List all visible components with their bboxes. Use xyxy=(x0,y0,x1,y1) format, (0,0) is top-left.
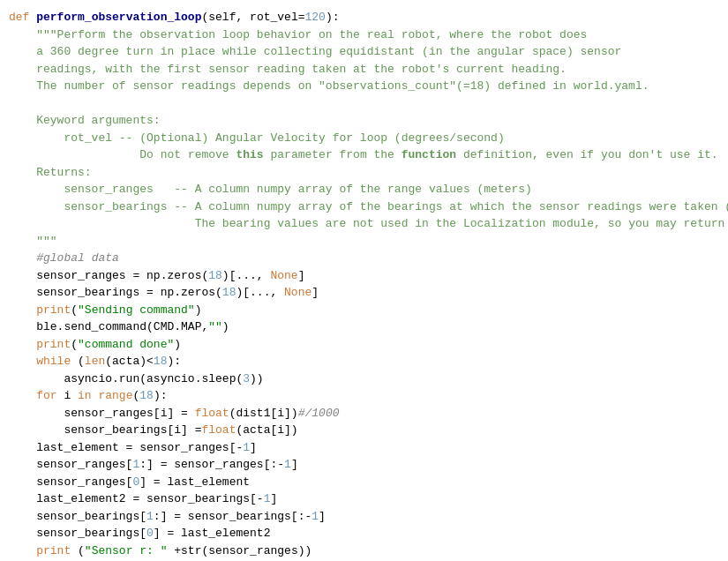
code-text: """Perform the observation loop behavior… xyxy=(9,26,587,44)
code-text: sensor_ranges[1:] = sensor_ranges[:-1] xyxy=(9,456,298,474)
code-line-9: Do not remove this parameter from the fu… xyxy=(0,146,728,164)
code-line-22: asyncio.run(asyncio.sleep(3)) xyxy=(0,370,728,388)
code-line-19: ble.send_command(CMD.MAP,"") xyxy=(0,318,728,336)
code-line-4: readings, with the first sensor reading … xyxy=(0,61,728,79)
code-line-6 xyxy=(0,95,728,113)
code-line-10: Returns: xyxy=(0,164,728,182)
code-line-8: rot_vel -- (Optional) Angular Velocity f… xyxy=(0,130,728,147)
code-text: """ xyxy=(9,233,57,251)
code-text: def perform_observation_loop(self, rot_v… xyxy=(9,9,340,26)
code-line-17: sensor_bearings = np.zeros(18)[..., None… xyxy=(0,284,728,302)
code-text: readings, with the first sensor reading … xyxy=(9,61,567,79)
code-text: sensor_bearings[1:] = sensor_bearings[:-… xyxy=(9,508,326,526)
code-text: ble.send_command(CMD.MAP,"") xyxy=(9,318,229,336)
code-line-30: sensor_bearings[1:] = sensor_bearings[:-… xyxy=(0,508,728,526)
code-text xyxy=(9,95,16,113)
code-text: sensor_bearings -- A column numpy array … xyxy=(9,198,728,216)
code-line-31: sensor_bearings[0] = last_element2 xyxy=(0,525,728,542)
code-line-3: a 360 degree turn in place while collect… xyxy=(0,43,728,61)
code-line-23: for i in range(18): xyxy=(0,387,728,405)
code-line-2: """Perform the observation loop behavior… xyxy=(0,26,728,44)
code-line-16: sensor_ranges = np.zeros(18)[..., None] xyxy=(0,267,728,285)
code-text: for i in range(18): xyxy=(9,387,168,405)
code-text: sensor_bearings[0] = last_element2 xyxy=(9,525,270,542)
code-line-11: sensor_ranges -- A column numpy array of… xyxy=(0,181,728,198)
code-line-25: sensor_bearings[i] =float(acta[i]) xyxy=(0,422,728,439)
code-text: sensor_bearings = np.zeros(18)[..., None… xyxy=(9,284,319,302)
code-text: print ("Sensor r: " +str(sensor_ranges)) xyxy=(9,542,311,560)
code-text: last_element2 = sensor_bearings[-1] xyxy=(9,490,277,508)
code-line-27: sensor_ranges[1:] = sensor_ranges[:-1] xyxy=(0,456,728,474)
code-line-18: print("Sending command") xyxy=(0,302,728,319)
code-line-1: def perform_observation_loop(self, rot_v… xyxy=(0,9,728,26)
code-text: rot_vel -- (Optional) Angular Velocity f… xyxy=(9,130,505,147)
code-line-26: last_element = sensor_ranges[-1] xyxy=(0,439,728,457)
code-text: sensor_ranges[0] = last_element xyxy=(9,474,250,491)
code-text: last_element = sensor_ranges[-1] xyxy=(9,439,257,457)
code-line-15: #global data xyxy=(0,250,728,267)
code-text: sensor_ranges[i] = float(dist1[i])#/1000 xyxy=(9,405,339,423)
code-line-14: """ xyxy=(0,233,728,251)
code-text: print("Sending command") xyxy=(9,302,201,319)
code-line-7: Keyword arguments: xyxy=(0,112,728,130)
code-text: #global data xyxy=(9,250,119,267)
code-line-24: sensor_ranges[i] = float(dist1[i])#/1000 xyxy=(0,405,728,423)
code-line-20: print("command done") xyxy=(0,336,728,354)
code-line-12: sensor_bearings -- A column numpy array … xyxy=(0,198,728,216)
code-line-5: The number of sensor readings depends on… xyxy=(0,78,728,95)
code-text: while (len(acta)<18): xyxy=(9,353,181,370)
code-text: sensor_ranges = np.zeros(18)[..., None] xyxy=(9,267,305,285)
code-line-28: sensor_ranges[0] = last_element xyxy=(0,474,728,491)
code-line-13: The bearing values are not used in the L… xyxy=(0,215,728,233)
code-line-32: print ("Sensor r: " +str(sensor_ranges)) xyxy=(0,542,728,560)
code-text: Returns: xyxy=(9,164,92,182)
code-text: asyncio.run(asyncio.sleep(3)) xyxy=(9,370,264,388)
code-text: Keyword arguments: xyxy=(9,112,161,130)
code-line-21: while (len(acta)<18): xyxy=(0,353,728,370)
code-text: Do not remove this parameter from the fu… xyxy=(9,146,718,164)
code-text: a 360 degree turn in place while collect… xyxy=(9,43,621,61)
code-text: sensor_ranges -- A column numpy array of… xyxy=(9,181,532,198)
code-line-29: last_element2 = sensor_bearings[-1] xyxy=(0,490,728,508)
code-editor: def perform_observation_loop(self, rot_v… xyxy=(0,0,728,561)
code-text: print("command done") xyxy=(9,336,181,354)
code-text: The number of sensor readings depends on… xyxy=(9,78,649,95)
code-text: The bearing values are not used in the L… xyxy=(9,215,728,233)
code-text: sensor_bearings[i] =float(acta[i]) xyxy=(9,422,298,439)
